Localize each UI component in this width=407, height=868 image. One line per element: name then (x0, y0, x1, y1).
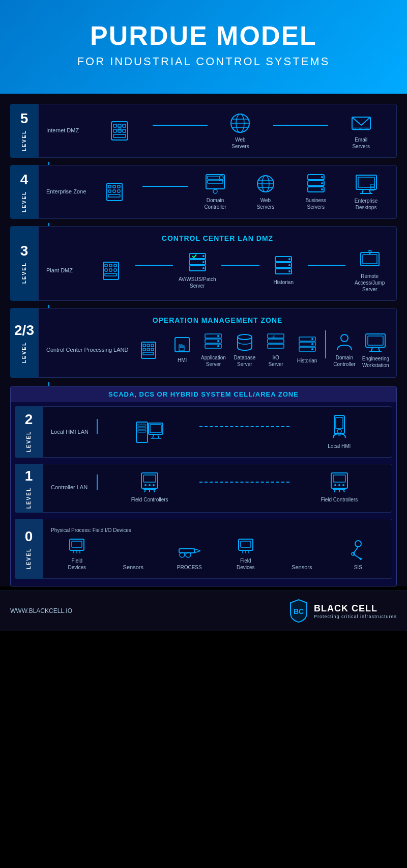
firewall-icon-l23 (140, 341, 157, 359)
level4-content: Enterprise Zone (38, 165, 397, 219)
dashed-line-l2 (199, 426, 289, 427)
sensors-left-text: Sensors (123, 564, 143, 571)
patch-server: AV/WSUS/PatchServer (178, 253, 216, 289)
firewall-icon-l4 (106, 182, 123, 202)
brand-name: BLACK CELL (314, 603, 397, 614)
level2-content: Local HMI LAN (43, 406, 392, 458)
dashed-line-l1 (199, 482, 289, 483)
h-line-l5 (153, 125, 208, 126)
svg-point-42 (321, 188, 323, 190)
biz-server-icon (306, 174, 326, 195)
level4-text: LEVEL (21, 191, 27, 212)
level0-zone: Physical Process: Field I/O Devices (51, 527, 384, 534)
level4-num: 4 (20, 172, 28, 188)
workstation-icon (365, 332, 386, 353)
svg-line-153 (353, 554, 359, 558)
level2-inner: Local HMI LAN (51, 414, 384, 450)
svg-point-73 (369, 253, 370, 255)
svg-rect-75 (143, 344, 146, 347)
svg-rect-6 (123, 129, 126, 132)
level23-text: LEVEL (21, 342, 27, 363)
level3-inner: Plant DMZ (46, 248, 389, 293)
patch-server-icon (187, 253, 208, 274)
svg-point-62 (202, 255, 205, 257)
firewall-l23 (133, 341, 164, 359)
svg-rect-44 (358, 177, 374, 187)
level23-num: 2/3 (14, 322, 34, 339)
svg-point-68 (288, 258, 290, 260)
firewall-icon-l3 (102, 261, 120, 281)
sis-item: SIS (332, 540, 385, 571)
domain-controller-l4: DomainController (193, 174, 238, 210)
svg-line-112 (153, 434, 154, 438)
svg-point-122 (149, 484, 151, 486)
svg-rect-108 (138, 427, 146, 429)
svg-rect-55 (105, 269, 107, 271)
svg-rect-52 (105, 264, 107, 267)
sensors-right-text: Sensors (292, 564, 312, 571)
web-servers-l5: WebServers (213, 112, 268, 150)
svg-point-28 (213, 189, 217, 193)
level4-label: 4 LEVEL (10, 165, 38, 219)
scada-header: SCADA, DCS OR HYBRID SYSTEM CELL/AREA ZO… (11, 386, 396, 402)
hmi-icon (174, 337, 190, 355)
remote-access: Remote Access/JumpServer (351, 248, 389, 293)
sis-icon (348, 540, 368, 562)
process-item: PROCESS (163, 540, 216, 571)
app-server: ApplicationServer (200, 333, 226, 368)
io-server-icon: I/O (267, 333, 285, 352)
svg-rect-107 (138, 424, 146, 426)
field-controller-icon-l (139, 472, 160, 494)
domain-controller-l4-label: DomainController (204, 197, 226, 210)
svg-rect-138 (72, 541, 82, 547)
svg-rect-111 (150, 425, 161, 433)
level1-text: LEVEL (26, 487, 32, 509)
diagram: 5 LEVEL Internet DMZ (0, 94, 407, 586)
website-text: WWW.BLACKCELL.IO (10, 607, 72, 614)
svg-point-98 (311, 343, 313, 345)
email-icon: SERVERS (350, 112, 372, 134)
scada-zone: SCADA, DCS OR HYBRID SYSTEM CELL/AREA ZO… (10, 386, 397, 586)
level1-row: 1 LEVEL Controller LAN (15, 464, 392, 513)
local-hmi-label: Local HMI (328, 443, 351, 450)
level2-num: 2 (25, 411, 33, 428)
h-line-l3 (135, 265, 173, 266)
svg-rect-22 (113, 190, 115, 192)
vert-conn-l1 (97, 474, 98, 490)
level23-content: OPERATION MANAGEMENT ZONE Control Center… (38, 308, 397, 378)
sub-title: FOR INDUSTRIAL CONTROL SYSTEMS (10, 55, 397, 68)
level1-inner: Controller LAN (51, 472, 384, 503)
level4-row: 4 LEVEL Enterprise Zone (10, 165, 397, 219)
brand-tagline: Protecting critical infrastructures (314, 614, 397, 619)
io-server-label: I/OServer (268, 354, 283, 368)
svg-point-41 (321, 182, 323, 184)
db-server: DatabaseServer (231, 333, 257, 368)
historian-l23-label: Historian (297, 357, 317, 364)
level3-text: LEVEL (21, 262, 27, 284)
web-servers-l4: WebServers (243, 174, 288, 210)
domain-icon-l23 (335, 333, 354, 352)
level1-label: 1 LEVEL (15, 464, 43, 513)
process-label: PROCESS (177, 564, 202, 571)
historian-icon-l3 (273, 256, 294, 277)
business-servers-l4: BusinessServers (293, 174, 338, 210)
svg-text:I/O: I/O (272, 335, 275, 338)
domain-controller-l23-label: DomainController (333, 354, 355, 368)
level3-zone: Plant DMZ (46, 267, 87, 274)
svg-point-69 (288, 264, 290, 266)
svg-rect-78 (143, 348, 146, 351)
header: PURDUE MODEL FOR INDUSTRIAL CONTROL SYST… (0, 0, 407, 94)
svg-point-151 (355, 541, 361, 547)
svg-text:✓: ✓ (119, 128, 121, 131)
svg-rect-19 (113, 185, 115, 188)
field-controller-left: Field Controllers (105, 472, 194, 503)
level5-inner: Internet DMZ ✓ (46, 112, 389, 150)
divider-l23 (325, 330, 326, 358)
svg-point-97 (311, 338, 313, 340)
field-devices-right-label: FieldDevices (237, 557, 255, 571)
email-servers-label: EmailServers (352, 136, 369, 150)
level0-num: 0 (25, 528, 33, 545)
svg-rect-21 (108, 190, 111, 192)
level2-zone: Local HMI LAN (51, 428, 92, 436)
svg-point-40 (321, 176, 323, 178)
